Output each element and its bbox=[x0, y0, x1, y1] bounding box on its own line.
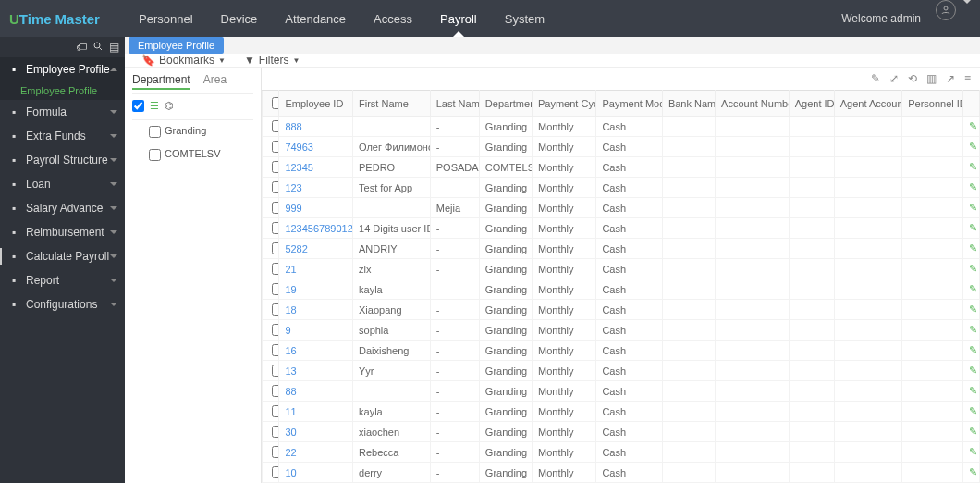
user-menu-caret[interactable] bbox=[963, 0, 971, 4]
row-checkbox[interactable] bbox=[272, 141, 279, 153]
export-icon[interactable]: ↗ bbox=[946, 72, 955, 85]
tree-list-icon[interactable]: ☰ bbox=[150, 100, 159, 114]
table-row[interactable]: 888-GrandingMonthlyCash✎ bbox=[263, 117, 980, 137]
table-row[interactable]: 22Rebecca-GrandingMonthlyCash✎ bbox=[263, 442, 980, 463]
leftpane-tab-department[interactable]: Department bbox=[132, 73, 190, 90]
edit-icon[interactable]: ✎ bbox=[871, 72, 880, 85]
table-row[interactable]: 12345PEDROPOSADACOMTELSVMonthlyCash✎ bbox=[263, 157, 980, 178]
sidebar-item-report[interactable]: ▪Report bbox=[0, 268, 125, 292]
row-checkbox[interactable] bbox=[272, 181, 279, 193]
sidebar-item-extra-funds[interactable]: ▪Extra Funds bbox=[0, 124, 125, 148]
tree-org-icon[interactable]: ⌬ bbox=[165, 100, 174, 114]
tree-checkbox[interactable] bbox=[149, 149, 161, 161]
leftpane-tab-area[interactable]: Area bbox=[203, 73, 227, 90]
collapse-icon[interactable]: ▤ bbox=[109, 41, 119, 54]
row-checkbox[interactable] bbox=[272, 242, 279, 254]
nav-access[interactable]: Access bbox=[360, 0, 426, 37]
table-row[interactable]: 10derry-GrandingMonthlyCash✎ bbox=[263, 463, 980, 483]
row-edit-icon[interactable]: ✎ bbox=[962, 341, 979, 361]
col-agent-account[interactable]: Agent Account bbox=[834, 91, 902, 117]
cell-employee-id[interactable]: 10 bbox=[279, 463, 353, 483]
row-checkbox[interactable] bbox=[272, 263, 279, 275]
sidebar-item-employee-profile[interactable]: ▪Employee Profile bbox=[0, 57, 125, 81]
sidebar-item-reimbursement[interactable]: ▪Reimbursement bbox=[0, 220, 125, 244]
row-checkbox[interactable] bbox=[272, 426, 279, 438]
cell-employee-id[interactable]: 21 bbox=[279, 259, 353, 279]
row-edit-icon[interactable]: ✎ bbox=[962, 402, 979, 422]
col-employee-id[interactable]: Employee ID bbox=[279, 91, 353, 117]
sidebar-item-calculate-payroll[interactable]: ▪Calculate Payroll bbox=[0, 244, 125, 268]
table-row[interactable]: 74963Олег Филимонов-GrandingMonthlyCash✎ bbox=[263, 137, 980, 157]
nav-payroll[interactable]: Payroll bbox=[426, 0, 491, 37]
table-row[interactable]: 18Xiaopang-GrandingMonthlyCash✎ bbox=[263, 300, 980, 320]
cell-employee-id[interactable]: 88 bbox=[279, 381, 353, 402]
cell-employee-id[interactable]: 123 bbox=[279, 178, 353, 198]
row-checkbox[interactable] bbox=[272, 202, 279, 214]
col-payment-cycle[interactable]: Payment Cycle bbox=[533, 91, 596, 117]
nav-personnel[interactable]: Personnel bbox=[125, 0, 207, 37]
active-tab-chip[interactable]: Employee Profile bbox=[129, 37, 224, 54]
row-checkbox[interactable] bbox=[272, 446, 279, 458]
row-edit-icon[interactable]: ✎ bbox=[962, 137, 979, 157]
row-checkbox[interactable] bbox=[272, 222, 279, 234]
row-edit-icon[interactable]: ✎ bbox=[962, 178, 979, 198]
row-edit-icon[interactable]: ✎ bbox=[962, 198, 979, 218]
tree-item-comtelsv[interactable]: COMTELSV bbox=[132, 143, 253, 167]
row-edit-icon[interactable]: ✎ bbox=[962, 381, 979, 402]
filters-button[interactable]: ▼ Filters ▼ bbox=[244, 54, 300, 67]
col-bank-name[interactable]: Bank Name bbox=[662, 91, 715, 117]
table-row[interactable]: 999MejiaGrandingMonthlyCash✎ bbox=[263, 198, 980, 218]
row-edit-icon[interactable]: ✎ bbox=[962, 320, 979, 341]
cell-employee-id[interactable]: 5282 bbox=[279, 239, 353, 259]
cell-employee-id[interactable]: 16 bbox=[279, 341, 353, 361]
row-edit-icon[interactable]: ✎ bbox=[962, 157, 979, 178]
cell-employee-id[interactable]: 22 bbox=[279, 442, 353, 463]
table-row[interactable]: 16Daixisheng-GrandingMonthlyCash✎ bbox=[263, 341, 980, 361]
sidebar-item-configurations[interactable]: ▪Configurations bbox=[0, 292, 125, 316]
row-edit-icon[interactable]: ✎ bbox=[962, 300, 979, 320]
row-edit-icon[interactable]: ✎ bbox=[962, 361, 979, 381]
row-edit-icon[interactable]: ✎ bbox=[962, 422, 979, 442]
table-row[interactable]: 9sophia-GrandingMonthlyCash✎ bbox=[263, 320, 980, 341]
tree-item-granding[interactable]: Granding bbox=[132, 120, 253, 143]
row-checkbox[interactable] bbox=[272, 466, 279, 478]
settings-icon[interactable]: ≡ bbox=[964, 72, 971, 85]
col-payment-mode[interactable]: Payment Mode bbox=[596, 91, 662, 117]
tree-check-icon[interactable] bbox=[132, 100, 144, 114]
cell-employee-id[interactable]: 18 bbox=[279, 300, 353, 320]
col-personnel-id[interactable]: Personnel ID bbox=[902, 91, 962, 117]
sidebar-item-salary-advance[interactable]: ▪Salary Advance bbox=[0, 196, 125, 220]
col-agent-id[interactable]: Agent ID bbox=[789, 91, 834, 117]
row-checkbox[interactable] bbox=[272, 324, 279, 336]
cell-employee-id[interactable]: 19 bbox=[279, 279, 353, 300]
row-edit-icon[interactable]: ✎ bbox=[962, 442, 979, 463]
cell-employee-id[interactable]: 12345678901234 bbox=[279, 218, 353, 239]
table-row[interactable]: 123Test for AppGrandingMonthlyCash✎ bbox=[263, 178, 980, 198]
sidebar-sub-employee-profile[interactable]: Employee Profile bbox=[0, 81, 125, 100]
row-edit-icon[interactable]: ✎ bbox=[962, 117, 979, 137]
row-checkbox[interactable] bbox=[272, 161, 279, 173]
row-edit-icon[interactable]: ✎ bbox=[962, 463, 979, 483]
columns-icon[interactable]: ▥ bbox=[926, 72, 937, 85]
cell-employee-id[interactable]: 74963 bbox=[279, 137, 353, 157]
table-row[interactable]: 13Yyr-GrandingMonthlyCash✎ bbox=[263, 361, 980, 381]
table-row[interactable]: 5282ANDRIY-GrandingMonthlyCash✎ bbox=[263, 239, 980, 259]
cell-employee-id[interactable]: 9 bbox=[279, 320, 353, 341]
row-edit-icon[interactable]: ✎ bbox=[962, 218, 979, 239]
table-row[interactable]: 21zlx-GrandingMonthlyCash✎ bbox=[263, 259, 980, 279]
row-checkbox[interactable] bbox=[272, 365, 279, 377]
cell-employee-id[interactable]: 11 bbox=[279, 402, 353, 422]
expand-icon[interactable]: ⤢ bbox=[889, 72, 899, 85]
table-row[interactable]: 11kayla-GrandingMonthlyCash✎ bbox=[263, 402, 980, 422]
col-department[interactable]: Department bbox=[479, 91, 532, 117]
col-first-name[interactable]: First Name bbox=[353, 91, 431, 117]
cell-employee-id[interactable]: 13 bbox=[279, 361, 353, 381]
sidebar-item-formula[interactable]: ▪Formula bbox=[0, 100, 125, 124]
table-row[interactable]: 19kayla-GrandingMonthlyCash✎ bbox=[263, 279, 980, 300]
cell-employee-id[interactable]: 12345 bbox=[279, 157, 353, 178]
col-last-name[interactable]: Last Name bbox=[430, 91, 479, 117]
row-checkbox[interactable] bbox=[272, 120, 279, 132]
nav-attendance[interactable]: Attendance bbox=[271, 0, 360, 37]
nav-system[interactable]: System bbox=[491, 0, 558, 37]
row-edit-icon[interactable]: ✎ bbox=[962, 239, 979, 259]
